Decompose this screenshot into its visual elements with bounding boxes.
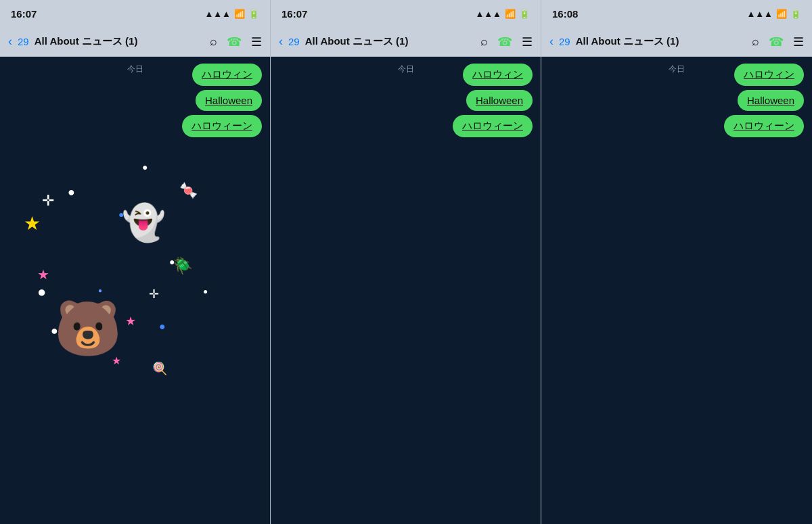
- messages-3: ハロウィン Halloween ハロウィーン: [716, 57, 812, 144]
- time-3: 16:08: [552, 8, 578, 20]
- back-number-2[interactable]: 29: [288, 36, 300, 47]
- wifi-icon-2: 📶: [505, 9, 516, 19]
- nav-title-3: All About ニュース (1): [576, 35, 746, 48]
- search-icon-3[interactable]: ⌕: [752, 34, 759, 49]
- status-bar-2: 16:07 ▲▲▲ 📶 🔋: [271, 0, 541, 27]
- chat-area-1: 今日 ハロウィン Halloween ハロウィーン ★ ★ ★ ★ ● ● ● …: [0, 57, 270, 524]
- nav-icons-2: ⌕ ☎ ☰: [480, 34, 533, 49]
- battery-icon-2: 🔋: [519, 9, 530, 19]
- bubble-2-3: ハロウィーン: [453, 115, 533, 137]
- bubble-3-2: Halloween: [738, 90, 804, 111]
- phones-container: 16:07 ▲▲▲ 📶 🔋 ‹ 29 All About ニュース (1) ⌕ …: [0, 0, 812, 524]
- battery-icon: 🔋: [248, 9, 259, 19]
- back-number-1[interactable]: 29: [18, 36, 29, 47]
- dot-3: ●: [37, 283, 46, 301]
- time-2: 16:07: [281, 8, 307, 20]
- bubble-2-2: Halloween: [466, 90, 533, 111]
- back-chevron-1[interactable]: ‹: [8, 34, 12, 49]
- status-bar-3: 16:08 ▲▲▲ 📶 🔋: [541, 0, 812, 27]
- wifi-icon-3: 📶: [776, 9, 787, 19]
- phone-1: 16:07 ▲▲▲ 📶 🔋 ‹ 29 All About ニュース (1) ⌕ …: [0, 0, 271, 524]
- bubble-3-3: ハロウィーン: [724, 115, 804, 137]
- bubble-2-1: ハロウィン: [463, 64, 533, 86]
- nav-icons-3: ⌕ ☎ ☰: [752, 34, 804, 49]
- nav-bar-3: ‹ 29 All About ニュース (1) ⌕ ☎ ☰: [541, 27, 812, 57]
- bear-1: 🐻: [54, 297, 122, 360]
- back-chevron-2[interactable]: ‹: [279, 34, 283, 49]
- bubble-1-2: Halloween: [196, 90, 262, 111]
- status-bar-1: 16:07 ▲▲▲ 📶 🔋: [0, 0, 270, 27]
- messages-2: ハロウィン Halloween ハロウィーン: [445, 57, 541, 144]
- signal-icon-2: ▲▲▲: [475, 9, 501, 19]
- star-3: ★: [125, 314, 136, 329]
- nav-bar-1: ‹ 29 All About ニュース (1) ⌕ ☎ ☰: [0, 27, 270, 57]
- search-icon-1[interactable]: ⌕: [210, 34, 217, 49]
- blue-dot-1: ●: [118, 209, 124, 220]
- status-icons-1: ▲▲▲ 📶 🔋: [204, 9, 259, 19]
- cross-2: ✛: [149, 287, 159, 302]
- phone-icon-3[interactable]: ☎: [769, 34, 784, 49]
- dot-6: ●: [203, 287, 208, 296]
- bubble-3-1: ハロウィン: [734, 64, 804, 86]
- ghost-1: 👻: [122, 202, 166, 243]
- star-2: ★: [37, 266, 49, 283]
- dot-1: ●: [68, 185, 75, 199]
- bubble-1-1: ハロウィン: [192, 64, 262, 86]
- dragonfly-1: 🪲: [173, 256, 193, 275]
- signal-icon: ▲▲▲: [204, 9, 231, 19]
- signal-icon-3: ▲▲▲: [746, 9, 773, 19]
- dot-5: ●: [51, 324, 58, 338]
- menu-icon-1[interactable]: ☰: [251, 34, 262, 49]
- chat-area-3: 今日 ハロウィン Halloween ハロウィーン ✦ ✦ 🧹 🐱 🐻 🦇 🧛 …: [541, 57, 812, 524]
- chat-area-2: 今日 ハロウィン Halloween ハロウィーン 🎃 🎃 🎃 ● ● ● ● …: [271, 57, 541, 524]
- search-icon-2[interactable]: ⌕: [480, 34, 488, 49]
- nav-icons-1: ⌕ ☎ ☰: [210, 34, 262, 49]
- candy-2: 🍭: [152, 361, 167, 376]
- menu-icon-2[interactable]: ☰: [522, 34, 533, 49]
- star-4: ★: [112, 354, 121, 367]
- back-number-3[interactable]: 29: [559, 36, 570, 47]
- star-1: ★: [24, 212, 41, 235]
- blue-dot-2: ●: [159, 320, 166, 333]
- status-icons-2: ▲▲▲ 📶 🔋: [475, 9, 530, 19]
- blue-dot-3: ●: [98, 287, 102, 294]
- phone-2: 16:07 ▲▲▲ 📶 🔋 ‹ 29 All About ニュース (1) ⌕ …: [271, 0, 541, 524]
- dot-4: ●: [169, 256, 175, 267]
- messages-1: ハロウィン Halloween ハロウィーン: [174, 57, 270, 144]
- status-icons-3: ▲▲▲ 📶 🔋: [746, 9, 801, 19]
- phone-icon-2[interactable]: ☎: [497, 34, 512, 49]
- nav-bar-2: ‹ 29 All About ニュース (1) ⌕ ☎ ☰: [271, 27, 541, 57]
- back-chevron-3[interactable]: ‹: [549, 34, 554, 49]
- cross-1: ✛: [42, 192, 54, 210]
- wifi-icon: 📶: [234, 9, 245, 19]
- menu-icon-3[interactable]: ☰: [793, 34, 804, 49]
- time-1: 16:07: [11, 8, 37, 20]
- bubble-1-3: ハロウィーン: [182, 115, 262, 137]
- dot-2: ●: [142, 162, 148, 172]
- candy-1: 🍬: [179, 182, 198, 199]
- nav-title-2: All About ニュース (1): [305, 35, 475, 48]
- battery-icon-3: 🔋: [790, 9, 801, 19]
- phone-3: 16:08 ▲▲▲ 📶 🔋 ‹ 29 All About ニュース (1) ⌕ …: [541, 0, 812, 524]
- phone-icon-1[interactable]: ☎: [227, 34, 242, 49]
- nav-title-1: All About ニュース (1): [35, 35, 204, 48]
